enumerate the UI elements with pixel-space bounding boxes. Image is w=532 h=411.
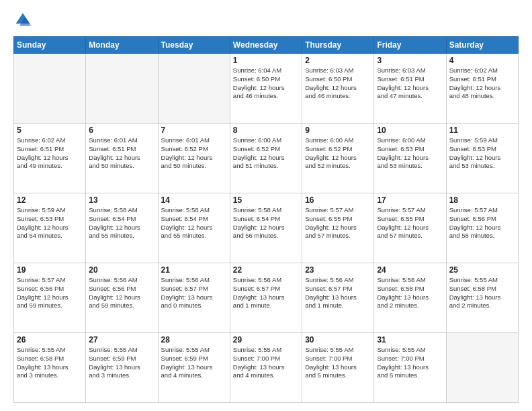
calendar-header-sunday: Sunday <box>14 37 86 54</box>
day-info: Sunrise: 5:59 AM Sunset: 6:53 PM Dayligh… <box>17 206 83 240</box>
day-info: Sunrise: 5:55 AM Sunset: 6:59 PM Dayligh… <box>161 346 227 380</box>
day-info: Sunrise: 5:56 AM Sunset: 6:57 PM Dayligh… <box>233 276 299 310</box>
calendar-cell: 14Sunrise: 5:58 AM Sunset: 6:54 PM Dayli… <box>158 193 230 263</box>
day-number: 11 <box>449 126 515 135</box>
calendar-cell: 13Sunrise: 5:58 AM Sunset: 6:54 PM Dayli… <box>86 193 158 263</box>
day-info: Sunrise: 6:00 AM Sunset: 6:52 PM Dayligh… <box>233 136 299 171</box>
day-number: 9 <box>305 126 371 135</box>
day-number: 17 <box>377 195 443 205</box>
calendar-cell <box>14 54 86 124</box>
calendar-header-friday: Friday <box>374 37 446 54</box>
calendar-cell: 26Sunrise: 5:55 AM Sunset: 6:58 PM Dayli… <box>14 333 86 403</box>
calendar-cell: 18Sunrise: 5:57 AM Sunset: 6:56 PM Dayli… <box>446 193 518 263</box>
calendar-cell: 8Sunrise: 6:00 AM Sunset: 6:52 PM Daylig… <box>230 124 302 193</box>
day-number: 10 <box>377 126 443 135</box>
day-info: Sunrise: 5:56 AM Sunset: 6:58 PM Dayligh… <box>377 276 443 310</box>
day-info: Sunrise: 5:55 AM Sunset: 7:00 PM Dayligh… <box>233 346 299 380</box>
calendar-header-tuesday: Tuesday <box>158 37 230 54</box>
day-number: 14 <box>161 195 227 205</box>
calendar-header-row: SundayMondayTuesdayWednesdayThursdayFrid… <box>14 37 519 54</box>
calendar-header-saturday: Saturday <box>446 37 518 54</box>
calendar-cell: 28Sunrise: 5:55 AM Sunset: 6:59 PM Dayli… <box>158 333 230 403</box>
calendar-cell <box>86 54 158 124</box>
day-number: 2 <box>305 56 371 65</box>
day-info: Sunrise: 5:56 AM Sunset: 6:57 PM Dayligh… <box>161 276 227 310</box>
day-info: Sunrise: 5:59 AM Sunset: 6:53 PM Dayligh… <box>449 136 515 171</box>
day-number: 19 <box>17 265 83 275</box>
day-info: Sunrise: 5:58 AM Sunset: 6:54 PM Dayligh… <box>161 206 227 240</box>
day-number: 22 <box>233 265 299 275</box>
week-row-3: 12Sunrise: 5:59 AM Sunset: 6:53 PM Dayli… <box>14 193 519 263</box>
day-number: 8 <box>233 126 299 135</box>
day-number: 6 <box>89 126 154 135</box>
day-number: 13 <box>89 195 154 205</box>
calendar-cell: 9Sunrise: 6:00 AM Sunset: 6:52 PM Daylig… <box>302 124 374 193</box>
calendar-cell: 25Sunrise: 5:55 AM Sunset: 6:58 PM Dayli… <box>446 263 518 333</box>
calendar-cell: 1Sunrise: 6:04 AM Sunset: 6:50 PM Daylig… <box>230 54 302 124</box>
calendar-cell: 15Sunrise: 5:58 AM Sunset: 6:54 PM Dayli… <box>230 193 302 263</box>
day-number: 26 <box>17 335 83 345</box>
calendar-cell: 22Sunrise: 5:56 AM Sunset: 6:57 PM Dayli… <box>230 263 302 333</box>
calendar-cell: 7Sunrise: 6:01 AM Sunset: 6:52 PM Daylig… <box>158 124 230 193</box>
day-info: Sunrise: 5:58 AM Sunset: 6:54 PM Dayligh… <box>233 206 299 240</box>
day-number: 4 <box>449 56 515 65</box>
calendar-cell <box>446 333 518 403</box>
day-number: 29 <box>233 335 299 345</box>
day-info: Sunrise: 5:57 AM Sunset: 6:55 PM Dayligh… <box>305 206 371 240</box>
day-number: 7 <box>161 126 227 135</box>
day-number: 16 <box>305 195 371 205</box>
calendar-cell: 17Sunrise: 5:57 AM Sunset: 6:55 PM Dayli… <box>374 193 446 263</box>
week-row-5: 26Sunrise: 5:55 AM Sunset: 6:58 PM Dayli… <box>14 333 519 403</box>
day-number: 3 <box>377 56 443 65</box>
day-number: 25 <box>449 265 515 275</box>
day-info: Sunrise: 5:56 AM Sunset: 6:56 PM Dayligh… <box>89 276 154 310</box>
calendar-cell: 19Sunrise: 5:57 AM Sunset: 6:56 PM Dayli… <box>14 263 86 333</box>
day-info: Sunrise: 5:55 AM Sunset: 6:58 PM Dayligh… <box>449 276 515 310</box>
calendar-table: SundayMondayTuesdayWednesdayThursdayFrid… <box>13 36 519 403</box>
day-info: Sunrise: 6:00 AM Sunset: 6:52 PM Dayligh… <box>305 136 371 171</box>
day-number: 23 <box>305 265 371 275</box>
week-row-4: 19Sunrise: 5:57 AM Sunset: 6:56 PM Dayli… <box>14 263 519 333</box>
day-info: Sunrise: 5:57 AM Sunset: 6:56 PM Dayligh… <box>17 276 83 310</box>
calendar-cell: 31Sunrise: 5:55 AM Sunset: 7:00 PM Dayli… <box>374 333 446 403</box>
day-number: 15 <box>233 195 299 205</box>
day-number: 31 <box>377 335 443 345</box>
day-number: 18 <box>449 195 515 205</box>
calendar-cell: 6Sunrise: 6:01 AM Sunset: 6:51 PM Daylig… <box>86 124 158 193</box>
day-info: Sunrise: 5:57 AM Sunset: 6:56 PM Dayligh… <box>449 206 515 240</box>
day-info: Sunrise: 6:02 AM Sunset: 6:51 PM Dayligh… <box>17 136 83 171</box>
day-info: Sunrise: 6:01 AM Sunset: 6:52 PM Dayligh… <box>161 136 227 171</box>
day-info: Sunrise: 6:03 AM Sunset: 6:51 PM Dayligh… <box>377 66 443 101</box>
calendar-cell: 5Sunrise: 6:02 AM Sunset: 6:51 PM Daylig… <box>14 124 86 193</box>
calendar-cell: 2Sunrise: 6:03 AM Sunset: 6:50 PM Daylig… <box>302 54 374 124</box>
day-info: Sunrise: 6:00 AM Sunset: 6:53 PM Dayligh… <box>377 136 443 171</box>
calendar-cell: 16Sunrise: 5:57 AM Sunset: 6:55 PM Dayli… <box>302 193 374 263</box>
calendar-cell: 30Sunrise: 5:55 AM Sunset: 7:00 PM Dayli… <box>302 333 374 403</box>
logo <box>13 11 35 30</box>
page: SundayMondayTuesdayWednesdayThursdayFrid… <box>0 0 532 411</box>
day-info: Sunrise: 5:56 AM Sunset: 6:57 PM Dayligh… <box>305 276 371 310</box>
day-number: 5 <box>17 126 83 135</box>
day-number: 28 <box>161 335 227 345</box>
calendar-cell: 20Sunrise: 5:56 AM Sunset: 6:56 PM Dayli… <box>86 263 158 333</box>
day-info: Sunrise: 5:58 AM Sunset: 6:54 PM Dayligh… <box>89 206 154 240</box>
calendar-cell: 10Sunrise: 6:00 AM Sunset: 6:53 PM Dayli… <box>374 124 446 193</box>
calendar-header-thursday: Thursday <box>302 37 374 54</box>
day-number: 30 <box>305 335 371 345</box>
day-number: 27 <box>89 335 154 345</box>
calendar-header-wednesday: Wednesday <box>230 37 302 54</box>
day-number: 20 <box>89 265 154 275</box>
week-row-1: 1Sunrise: 6:04 AM Sunset: 6:50 PM Daylig… <box>14 54 519 124</box>
calendar-cell: 3Sunrise: 6:03 AM Sunset: 6:51 PM Daylig… <box>374 54 446 124</box>
day-info: Sunrise: 6:02 AM Sunset: 6:51 PM Dayligh… <box>449 66 515 101</box>
day-number: 24 <box>377 265 443 275</box>
day-info: Sunrise: 5:55 AM Sunset: 6:59 PM Dayligh… <box>89 346 154 380</box>
day-info: Sunrise: 5:55 AM Sunset: 7:00 PM Dayligh… <box>305 346 371 380</box>
calendar-cell <box>158 54 230 124</box>
day-info: Sunrise: 6:03 AM Sunset: 6:50 PM Dayligh… <box>305 66 371 101</box>
calendar-cell: 12Sunrise: 5:59 AM Sunset: 6:53 PM Dayli… <box>14 193 86 263</box>
calendar-cell: 29Sunrise: 5:55 AM Sunset: 7:00 PM Dayli… <box>230 333 302 403</box>
calendar-header-monday: Monday <box>86 37 158 54</box>
day-info: Sunrise: 5:57 AM Sunset: 6:55 PM Dayligh… <box>377 206 443 240</box>
calendar-cell: 21Sunrise: 5:56 AM Sunset: 6:57 PM Dayli… <box>158 263 230 333</box>
